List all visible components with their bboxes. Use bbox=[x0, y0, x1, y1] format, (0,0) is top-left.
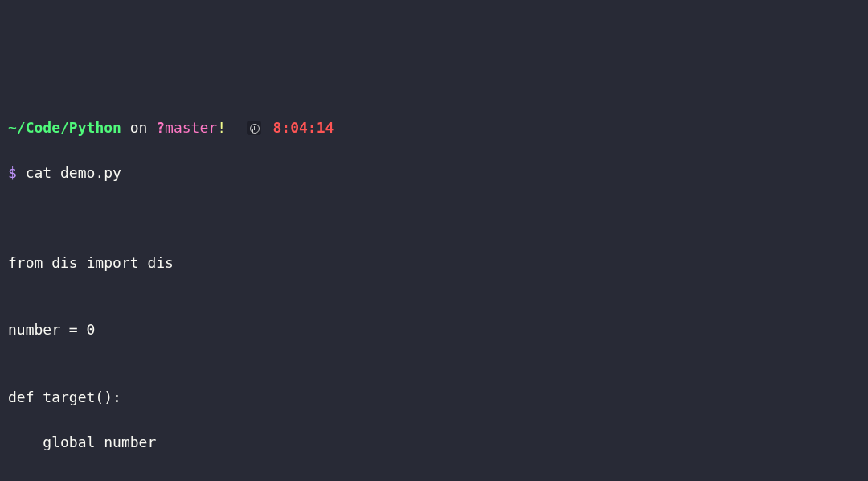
time-label: 8:04:14 bbox=[273, 119, 334, 136]
file-line: number += 1 bbox=[8, 476, 860, 481]
terminal-root[interactable]: { "prompt1": { "tilde": "~", "path": "/C… bbox=[0, 0, 868, 481]
git-dirty-bang: ! bbox=[217, 119, 226, 136]
file-line: from dis import dis bbox=[8, 252, 860, 274]
prompt-symbol: $ bbox=[8, 164, 26, 181]
file-line: number = 0 bbox=[8, 319, 860, 341]
cmd-line-1: $ cat demo.py bbox=[8, 162, 860, 184]
cwd-path: /Code/Python bbox=[17, 119, 121, 136]
file-line: def target(): bbox=[8, 386, 860, 409]
clock-icon bbox=[247, 121, 261, 135]
command-text: cat demo.py bbox=[26, 164, 121, 181]
prompt-line-1: ~/Code/Python on ?master! 8:04:14 bbox=[8, 117, 860, 139]
tilde: ~ bbox=[8, 119, 17, 136]
branch-q-icon: ? bbox=[156, 119, 165, 136]
file-line: global number bbox=[8, 431, 860, 454]
on-text: on bbox=[121, 119, 156, 136]
git-branch: master bbox=[165, 119, 217, 136]
